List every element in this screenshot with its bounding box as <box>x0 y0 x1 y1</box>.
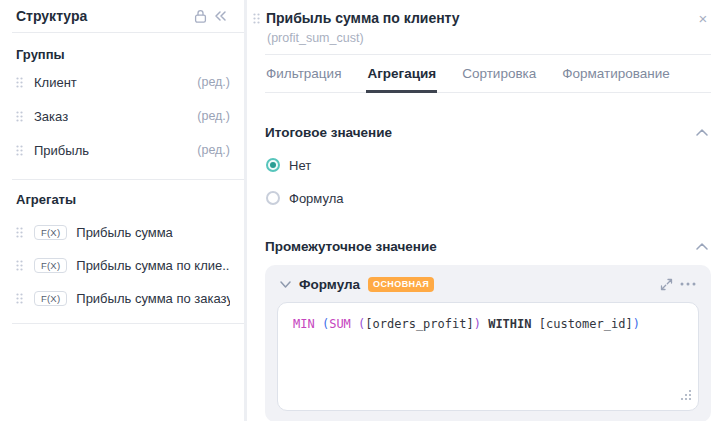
divider <box>12 323 244 324</box>
aggregates-heading: Агрегаты <box>16 192 228 210</box>
intermediate-value-section-header: Промежуточное значение <box>265 237 711 255</box>
groups-heading: Группы <box>16 47 228 65</box>
settings-tabs: Фильтрация Агрегация Сортировка Форматир… <box>265 55 711 93</box>
aggregate-item-profit-sum[interactable]: F(X) Прибыль сумма <box>0 216 244 249</box>
aggregate-item-profit-sum-order[interactable]: F(X) Прибыль сумма по заказу <box>0 282 244 315</box>
edit-link[interactable]: (ред.) <box>197 143 230 157</box>
chevron-down-icon[interactable] <box>277 276 293 292</box>
aggregate-label: Прибыль сумма по клие... <box>76 258 230 273</box>
group-item-profit[interactable]: Прибыль (ред.) <box>0 133 244 167</box>
lock-icon[interactable] <box>190 6 210 26</box>
field-settings-panel: Прибыль сумма по клиенту × (profit_sum_c… <box>247 0 725 421</box>
radio-formula[interactable]: Формула <box>266 189 725 207</box>
intermediate-value-heading: Промежуточное значение <box>265 239 437 254</box>
expand-icon[interactable] <box>655 273 677 295</box>
edit-link[interactable]: (ред.) <box>197 109 230 123</box>
formula-badge: F(X) <box>34 225 67 241</box>
group-item-order[interactable]: Заказ (ред.) <box>0 99 244 133</box>
divider <box>12 32 244 33</box>
sidebar-title: Структура <box>16 8 87 24</box>
drag-handle-icon[interactable] <box>253 13 260 24</box>
drag-handle-icon[interactable] <box>16 111 23 122</box>
panel-header: Прибыль сумма по клиенту × <box>247 6 725 28</box>
close-icon[interactable]: × <box>693 8 713 28</box>
radio-none[interactable]: Нет <box>266 156 725 174</box>
aggregate-item-profit-sum-client[interactable]: F(X) Прибыль сумма по клие... <box>0 249 244 282</box>
formula-card: Формула ОСНОВНАЯ MIN (SUM ([orders_profi… <box>265 265 711 421</box>
drag-handle-icon[interactable] <box>16 227 23 238</box>
radio-circle[interactable] <box>266 191 280 205</box>
structure-sidebar: Структура Группы Клиент (ред.) Заказ (ре… <box>0 0 247 421</box>
formula-card-header: Формула ОСНОВНАЯ <box>277 274 699 294</box>
formula-editor[interactable]: MIN (SUM ([orders_profit]) WITHIN [custo… <box>277 302 699 411</box>
formula-code[interactable]: MIN (SUM ([orders_profit]) WITHIN [custo… <box>293 316 683 333</box>
tab-aggregation[interactable]: Агрегация <box>366 55 437 93</box>
formula-card-title: Формула <box>299 277 360 292</box>
group-label: Прибыль <box>34 143 89 158</box>
more-options-icon[interactable] <box>677 273 699 295</box>
drag-handle-icon[interactable] <box>16 77 23 88</box>
total-value-section-header: Итоговое значение <box>265 123 711 141</box>
formula-badge: F(X) <box>34 291 67 307</box>
aggregate-label: Прибыль сумма по заказу <box>76 291 230 306</box>
tab-sorting[interactable]: Сортировка <box>461 55 537 93</box>
radio-label: Формула <box>289 191 343 206</box>
tab-filtering[interactable]: Фильтрация <box>265 55 342 93</box>
formula-badge: F(X) <box>34 258 67 274</box>
group-label: Заказ <box>34 109 68 124</box>
resize-handle-icon[interactable] <box>681 388 691 403</box>
divider <box>12 179 244 180</box>
group-label: Клиент <box>34 75 77 90</box>
radio-label: Нет <box>289 158 311 173</box>
collapse-panel-icon[interactable] <box>210 6 230 26</box>
drag-handle-icon[interactable] <box>16 260 23 271</box>
drag-handle-icon[interactable] <box>16 293 23 304</box>
main-badge: ОСНОВНАЯ <box>368 277 434 292</box>
field-id-subtitle: (profit_sum_cust) <box>267 31 711 45</box>
aggregate-label: Прибыль сумма <box>76 225 173 240</box>
panel-title: Прибыль сумма по клиенту <box>266 10 460 26</box>
sidebar-header: Структура <box>0 0 244 32</box>
chevron-up-icon[interactable] <box>693 237 711 255</box>
tab-formatting[interactable]: Форматирование <box>561 55 671 93</box>
total-value-heading: Итоговое значение <box>265 125 392 140</box>
radio-circle[interactable] <box>266 158 280 172</box>
group-item-client[interactable]: Клиент (ред.) <box>0 65 244 99</box>
chevron-up-icon[interactable] <box>693 123 711 141</box>
total-value-options: Нет Формула <box>266 156 725 207</box>
drag-handle-icon[interactable] <box>16 145 23 156</box>
edit-link[interactable]: (ред.) <box>197 75 230 89</box>
